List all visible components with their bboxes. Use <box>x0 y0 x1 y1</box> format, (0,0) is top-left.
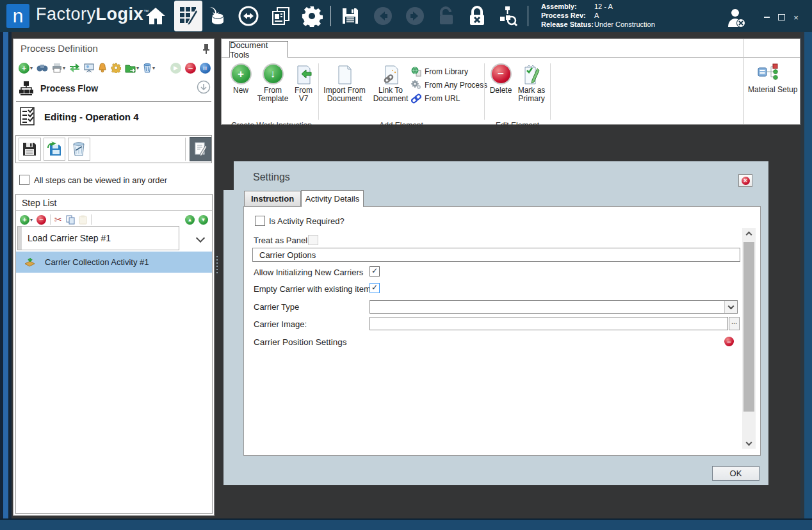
move-up-icon[interactable]: ▲ <box>185 215 195 225</box>
scrollbar-thumb[interactable] <box>743 242 754 412</box>
step-expand-chevron-icon[interactable] <box>196 234 205 243</box>
tab-activity-details[interactable]: Activity Details <box>301 190 364 207</box>
close-circle-icon: × <box>742 177 750 185</box>
carrier-image-field[interactable] <box>369 317 728 330</box>
step-add-icon[interactable]: +▾ <box>20 215 33 225</box>
export-caret-icon[interactable]: ▾ <box>136 65 139 71</box>
recycle-caret-icon[interactable]: ▾ <box>152 65 155 71</box>
transfer-icon[interactable] <box>236 5 261 27</box>
material-setup-button[interactable]: Material Setup <box>748 60 798 94</box>
carrier-pallet-icon <box>24 257 36 268</box>
print-caret-icon[interactable]: ▾ <box>63 65 65 71</box>
carrier-image-input[interactable] <box>370 317 727 330</box>
green-plus-sphere-icon: + <box>232 65 250 86</box>
treat-as-panel-checkbox[interactable] <box>308 235 318 245</box>
import-document-button[interactable] <box>44 138 66 161</box>
process-designer-selected-tab[interactable] <box>174 1 202 31</box>
step-add-caret-icon[interactable]: ▾ <box>30 217 33 223</box>
release-status-label: Release Status: <box>541 20 594 29</box>
carrier-position-settings-label: Carrier Position Settings <box>254 337 347 347</box>
start-icon[interactable]: ▶ <box>170 63 181 74</box>
delete-label: Delete <box>490 86 512 95</box>
alert-bell-icon[interactable] <box>98 63 107 73</box>
minimize-button[interactable] <box>761 13 772 22</box>
mark-as-primary-button[interactable]: Mark as Primary <box>514 65 549 103</box>
group-separator-1 <box>318 63 319 120</box>
ok-button[interactable]: OK <box>712 466 759 481</box>
process-flow-row[interactable]: Process Flow <box>19 79 211 98</box>
save-document-button[interactable] <box>19 138 41 161</box>
import-from-document-button[interactable]: Import From Document <box>320 65 369 103</box>
copy-icon[interactable] <box>66 215 75 225</box>
tab-document-tools[interactable]: Document Tools <box>229 41 288 58</box>
paste-icon[interactable] <box>79 215 87 225</box>
edit-notes-button[interactable] <box>190 137 212 161</box>
recycle-bin-icon[interactable]: ▾ <box>143 63 155 73</box>
data-import-icon[interactable] <box>204 5 229 27</box>
maximize-button[interactable] <box>775 13 787 22</box>
presentation-icon[interactable] <box>84 63 94 73</box>
step-remove-icon[interactable]: − <box>37 215 46 225</box>
export-icon[interactable]: ▾ <box>125 63 139 73</box>
editing-operation-label: Editing - Operation 4 <box>44 111 139 122</box>
empty-carrier-checkbox[interactable] <box>369 283 380 293</box>
carrier-image-browse-button[interactable]: ... <box>729 317 740 330</box>
forward-icon[interactable] <box>402 5 428 27</box>
from-v7-button[interactable]: From V7 <box>291 65 316 103</box>
delete-button[interactable]: − Delete <box>487 65 515 95</box>
assembly-value: 12 - A <box>594 2 613 11</box>
gear-gold-icon[interactable] <box>111 63 121 73</box>
find-icon[interactable] <box>37 63 48 72</box>
user-logout-icon[interactable] <box>724 7 749 29</box>
from-any-process-button[interactable]: From Any Process <box>411 78 487 92</box>
back-icon[interactable] <box>370 5 396 27</box>
circle-down-arrow-icon[interactable] <box>197 80 211 97</box>
home-icon[interactable] <box>143 5 168 27</box>
all-steps-checkbox[interactable] <box>19 175 29 185</box>
process-search-icon[interactable] <box>495 5 521 27</box>
carrier-type-combobox[interactable] <box>369 300 738 314</box>
from-url-button[interactable]: From URL <box>411 92 487 105</box>
scroll-up-button[interactable] <box>742 228 756 239</box>
material-setup-separator <box>743 39 744 124</box>
settings-close-button[interactable]: × <box>738 174 752 187</box>
from-template-button[interactable]: ↓ From Template <box>255 65 291 103</box>
tab-instruction[interactable]: Instruction <box>244 191 301 206</box>
close-button[interactable]: × <box>790 13 802 22</box>
pause-icon[interactable]: II <box>200 63 211 74</box>
print-icon[interactable]: ▾ <box>52 63 65 73</box>
pin-icon[interactable] <box>202 44 211 56</box>
allow-initializing-checkbox[interactable] <box>369 266 380 277</box>
link-to-document-button[interactable]: Link To Document <box>370 65 411 103</box>
panel-splitter-grip[interactable] <box>216 256 218 275</box>
activity-row-selected[interactable]: Carrier Collection Activity #1 <box>16 252 212 273</box>
step-list-header: Step List <box>22 198 56 208</box>
cut-icon[interactable]: ✂ <box>54 214 62 225</box>
documents-icon[interactable] <box>268 5 293 27</box>
add-caret-icon[interactable]: ▾ <box>30 65 33 71</box>
editing-operation-row: Editing - Operation 4 <box>19 106 211 127</box>
move-down-icon[interactable]: ▼ <box>199 215 208 225</box>
process-flow-icon <box>19 81 34 96</box>
lock-remove-icon[interactable] <box>464 5 490 27</box>
step-item[interactable]: Load Carrier Step #1 <box>17 226 179 250</box>
allow-initializing-label: Allow Initializing New Carriers <box>254 268 363 277</box>
unlock-icon[interactable] <box>434 5 459 27</box>
is-activity-required-checkbox[interactable] <box>255 216 265 226</box>
material-setup-label: Material Setup <box>748 85 798 94</box>
settings-gear-icon[interactable] <box>299 5 325 27</box>
carrier-options-header: Carrier Options <box>252 248 740 262</box>
dialog-scrollbar[interactable] <box>742 228 756 449</box>
carrier-type-dropdown-button[interactable] <box>724 301 737 313</box>
new-button[interactable]: + New <box>228 65 254 95</box>
reorder-icon[interactable] <box>69 63 80 73</box>
stop-icon[interactable]: − <box>185 63 196 74</box>
carrier-type-input[interactable] <box>370 301 724 313</box>
add-icon[interactable]: +▾ <box>19 63 33 74</box>
from-library-button[interactable]: From Library <box>411 65 487 78</box>
delete-document-button[interactable] <box>68 138 90 161</box>
doc-toolbar-separator <box>185 138 186 161</box>
scroll-down-button[interactable] <box>742 438 756 449</box>
carrier-position-remove-icon[interactable]: − <box>724 337 734 346</box>
save-icon[interactable] <box>337 5 363 27</box>
